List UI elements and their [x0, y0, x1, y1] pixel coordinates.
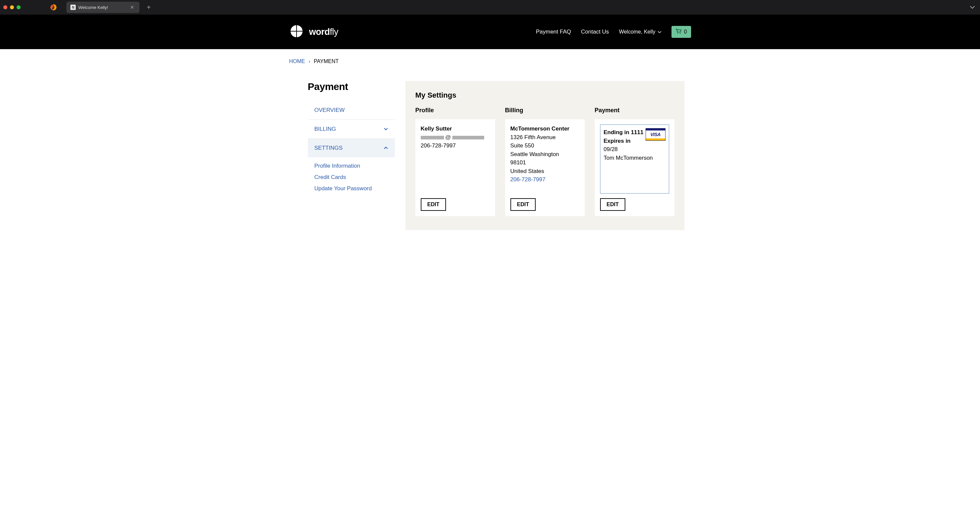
email-at-symbol: @: [445, 134, 451, 140]
chevron-down-icon: [657, 29, 662, 35]
billing-heading: Billing: [505, 107, 585, 114]
profile-heading: Profile: [415, 107, 495, 114]
edit-payment-button[interactable]: EDIT: [600, 198, 625, 211]
sidebar-item-label: BILLING: [315, 126, 336, 132]
breadcrumb-current: PAYMENT: [314, 59, 339, 64]
profile-column: Profile Kelly Sutter @ 206-728-7997 EDIT: [415, 107, 495, 216]
sidebar: Payment OVERVIEW BILLING SETTINGS Profil…: [308, 81, 395, 198]
card-brand-label: VISA: [646, 130, 665, 138]
breadcrumb-separator-icon: ›: [309, 59, 310, 64]
site-header: wordfly Payment FAQ Contact Us Welcome, …: [0, 14, 980, 49]
content-area: Payment OVERVIEW BILLING SETTINGS Profil…: [296, 64, 684, 243]
profile-phone: 206-728-7997: [421, 141, 490, 150]
chevron-down-icon: [383, 126, 388, 132]
billing-column: Billing McTommerson Center 1326 Fifth Av…: [505, 107, 585, 216]
profile-card: Kelly Sutter @ 206-728-7997 EDIT: [415, 119, 495, 216]
sidebar-item-billing[interactable]: BILLING: [308, 120, 395, 139]
cardholder-name: Tom McTommerson: [604, 154, 665, 162]
welcome-label: Welcome, Kelly: [619, 29, 655, 35]
nav-payment-faq[interactable]: Payment FAQ: [536, 29, 571, 35]
window-controls: [3, 5, 21, 9]
card-expires-value: 09/28: [604, 145, 665, 154]
visa-card-icon: VISA: [646, 128, 665, 141]
payment-method-box[interactable]: VISA Ending in 1111 Expires in 09/28 Tom…: [600, 124, 669, 194]
window-close-dot[interactable]: [3, 5, 7, 9]
sidebar-sub-update-password[interactable]: Update Your Password: [315, 185, 388, 192]
billing-city-state: Seattle Washington: [511, 150, 579, 159]
billing-org: McTommerson Center: [511, 124, 579, 133]
billing-line1: 1326 Fifth Avenue: [511, 133, 579, 142]
payment-heading: Payment: [595, 107, 675, 114]
chevron-up-icon: [383, 145, 388, 151]
profile-name: Kelly Sutter: [421, 124, 490, 133]
sidebar-sub-credit-cards[interactable]: Credit Cards: [315, 174, 388, 181]
user-menu[interactable]: Welcome, Kelly: [619, 29, 662, 35]
edit-profile-button[interactable]: EDIT: [421, 198, 446, 211]
firefox-icon: [50, 4, 57, 11]
breadcrumb-home[interactable]: HOME: [289, 59, 305, 64]
sidebar-item-settings[interactable]: SETTINGS: [308, 139, 395, 157]
svg-point-2: [680, 33, 681, 34]
billing-zip: 98101: [511, 158, 579, 167]
logo-text: wordfly: [309, 27, 339, 37]
main-panel: My Settings Profile Kelly Sutter @ 206-7…: [406, 81, 684, 230]
browser-tab[interactable]: N Welcome Kelly! ✕: [67, 2, 140, 13]
tab-title: Welcome Kelly!: [78, 5, 126, 10]
page-title: Payment: [308, 81, 395, 92]
window-maximize-dot[interactable]: [17, 5, 21, 9]
billing-card: McTommerson Center 1326 Fifth Avenue Sui…: [505, 119, 585, 216]
payment-card: VISA Ending in 1111 Expires in 09/28 Tom…: [595, 119, 675, 216]
edit-billing-button[interactable]: EDIT: [511, 198, 536, 211]
svg-point-1: [677, 33, 678, 34]
redacted-domain: [452, 136, 484, 140]
sidebar-item-overview[interactable]: OVERVIEW: [308, 101, 395, 120]
redacted-local-part: [421, 136, 444, 140]
tabs-dropdown-icon[interactable]: [970, 4, 975, 10]
main-nav: Payment FAQ Contact Us Welcome, Kelly 0: [536, 26, 691, 38]
sidebar-sub-profile-info[interactable]: Profile Information: [315, 163, 388, 169]
profile-email-redacted: @: [421, 133, 490, 142]
new-tab-button[interactable]: +: [147, 4, 151, 11]
settings-grid: Profile Kelly Sutter @ 206-728-7997 EDIT…: [415, 107, 675, 216]
nav-contact-us[interactable]: Contact Us: [581, 29, 609, 35]
window-minimize-dot[interactable]: [10, 5, 14, 9]
tab-close-icon[interactable]: ✕: [129, 4, 135, 11]
breadcrumb: HOME › PAYMENT: [289, 49, 691, 64]
billing-phone-link[interactable]: 206-728-7997: [511, 176, 546, 183]
sidebar-item-label: OVERVIEW: [315, 107, 345, 114]
cart-icon: [676, 29, 681, 35]
sidebar-submenu: Profile Information Credit Cards Update …: [308, 157, 395, 198]
logo-mark-icon: [289, 24, 304, 40]
billing-country: United States: [511, 167, 579, 176]
sidebar-item-label: SETTINGS: [315, 145, 343, 151]
billing-line2: Suite 550: [511, 141, 579, 150]
browser-chrome: N Welcome Kelly! ✕ +: [0, 0, 980, 14]
cart-count: 0: [684, 29, 687, 35]
tab-favicon: N: [70, 5, 76, 10]
panel-heading: My Settings: [415, 91, 675, 100]
cart-button[interactable]: 0: [671, 26, 691, 38]
brand-logo[interactable]: wordfly: [289, 24, 339, 40]
payment-column: Payment VISA Ending in 1111 Expires in 0…: [595, 107, 675, 216]
